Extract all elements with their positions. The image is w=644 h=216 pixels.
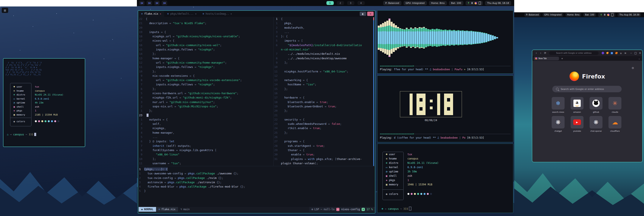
fetch-row-kernel: ▭kernel6.9.8-zen1 [384, 166, 423, 169]
shortcut-amazon[interactable]: aamazon [570, 97, 584, 113]
shortcut-tile[interactable]: ☁ [608, 116, 622, 128]
clock-digit-8 [444, 94, 453, 115]
extension-orange-icon[interactable] [605, 52, 610, 54]
clock-widget[interactable]: Thu Aug 08, 18:39 [618, 13, 641, 17]
music-visualizer-panel[interactable]: =====================> Playing: ffee for… [377, 10, 513, 74]
tab-new-tab[interactable]: New Tab [534, 57, 559, 60]
code-pane-pkgs-default[interactable]: 1 {pkgs, ...}: {1 tux-awesome-wm-config … [139, 167, 374, 206]
terminal-window[interactable]: / \\ / (¯)_ _/¯¯/ ¯\\ / ¯/ / /\\ \\ \\ /… [3, 58, 85, 147]
launcher-icon[interactable]: ▦ [2, 8, 8, 13]
shell-prompt[interactable]: ☻ → canopus ~ ))) [382, 207, 411, 210]
menu-icon[interactable]: ≡ [623, 52, 628, 55]
firefox-logo: Firefox [570, 72, 605, 81]
fetch-row-distro: ❄distroNixOS 24.11 (Vicuna) [12, 93, 63, 96]
theme-toggle-button[interactable]: ◐ [360, 12, 366, 16]
wezterm-icon[interactable]: $W [146, 1, 152, 6]
code-line: 29 thunar = { [274, 148, 373, 153]
buffer-tab-pkgs-default-[interactable]: ❄pkgs/default...× [164, 11, 200, 17]
url-bar[interactable]: Search with Google or enter address [549, 51, 598, 55]
left-monitor: ▦ / \\ / (¯)_ _/¯¯/ ¯\\ / ¯/ / /\\ \\ \\… [0, 7, 137, 216]
minimize-button[interactable]: – [629, 52, 634, 55]
code-line: 11 nixpkgs.hostPlatform = "x86_64-linux"… [274, 70, 373, 74]
buffer-tab-hosts-isoImag-[interactable]: ❄hosts/isoImag..× [200, 11, 235, 17]
status-pill[interactable]: Bat: 100 [583, 13, 596, 17]
reload-button[interactable]: ⟳ [543, 52, 548, 55]
shortcut-chat.openai[interactable]: ❋chat.openai [590, 116, 602, 132]
code-line: 5 imports = [ [274, 39, 373, 43]
shortcut-tile[interactable]: ▶ [570, 116, 584, 128]
tab-list-expand-icon[interactable]: ⌄ [638, 57, 640, 60]
neovim-window[interactable]: ❄flake.nix×❄pkgs/default...×❄hosts/isoIm… [138, 10, 376, 213]
forward-button[interactable]: › [538, 52, 543, 55]
wezterm-icon[interactable]: $W [154, 1, 160, 6]
shortcut-label: chatgpt [554, 130, 562, 132]
close-button[interactable]: × [638, 52, 642, 55]
uptime-icon: ◔ [12, 101, 16, 104]
status-pill[interactable]: Bat: 100 [449, 1, 464, 6]
code-line: 10 ]; [139, 157, 273, 162]
status-pill[interactable]: Home: 8ms [429, 1, 447, 6]
close-icon[interactable]: × [230, 13, 232, 15]
code-pane-iso-image[interactable]: 1 { 1 pkgs, 2 modulesPath, 3 ... 4 }: { … [274, 17, 373, 166]
code-line: 19 inputs = { [139, 30, 273, 35]
shortcut-tile[interactable] [590, 97, 602, 110]
status-pill[interactable]: P: Balanced [383, 1, 402, 6]
shortcut-tile[interactable]: ❋ [552, 116, 564, 128]
buffer-tab-flake-nix[interactable]: ❄flake.nix× [138, 11, 164, 17]
shortcut-search.nixos[interactable]: ❄search.nixos [552, 97, 564, 113]
fetch-row-pkgs: ❖pkgs1 [12, 109, 36, 112]
code-line: 13 networking = { [274, 79, 373, 83]
claude-icon: ✳ [612, 100, 617, 107]
shortcut-tile[interactable]: ❄ [552, 97, 564, 110]
scrollbar[interactable] [373, 17, 374, 166]
clock-panel[interactable]: 08/08/24 =====================> Playing:… [377, 75, 513, 142]
workspace-tag-3[interactable]: 3 [347, 1, 354, 5]
status-pill[interactable]: GPU: Integrated [404, 1, 427, 6]
code-line: 11 username = "tux"; [139, 162, 273, 166]
shortcut-youtube[interactable]: ▶youtube [570, 116, 584, 132]
status-pill[interactable]: Home: 6ms [566, 13, 581, 17]
tabline-buttons: ◐× [360, 12, 375, 16]
code-line: 8 ../../modules/nixos/desktop/awesome [274, 57, 373, 61]
close-icon[interactable]: × [160, 13, 161, 15]
status-pill[interactable]: P: Balanced [524, 13, 540, 17]
firefox-window[interactable]: ‹ › ⟳ Search with Google or enter addres… [532, 50, 643, 162]
code-line: 15 }; [274, 87, 373, 92]
shell-prompt[interactable]: ⌂ → canopus ~ ))) [7, 133, 36, 136]
workspace-tag-4[interactable]: 4 [357, 1, 364, 5]
search-input[interactable]: Search with Google or enter address [552, 86, 622, 92]
code-line: 20 }; [274, 109, 373, 113]
fetch-row-memory: ▦memory1946 | 15394 MiB [384, 183, 432, 186]
close-icon[interactable]: × [195, 13, 197, 15]
new-tab-button[interactable]: + [561, 57, 563, 60]
fetch-row-shell: ▣shellzsh [384, 174, 412, 177]
sidebar-icon[interactable]: ⌂ [618, 52, 623, 55]
shortcut-github[interactable]: github [590, 97, 602, 113]
code-line: 1 {pkgs, ...}: { [139, 167, 374, 172]
extension-grid-icon[interactable] [614, 52, 618, 54]
back-button[interactable]: ‹ [534, 52, 538, 55]
gear-icon[interactable]: ⚙ [632, 66, 634, 70]
clock-widget[interactable]: Thu Aug 08, 18:18 [485, 1, 511, 6]
status-pill[interactable]: GPU: Integrated [542, 13, 563, 17]
wezterm-icon[interactable]: $W [162, 1, 167, 6]
workspace-tag-2[interactable]: 2 [337, 1, 344, 5]
shortcut-claude[interactable]: ✳claude [608, 97, 622, 113]
shortcut-tile[interactable]: ✳ [608, 97, 622, 110]
maximize-button[interactable]: □ [633, 52, 638, 55]
wezterm-icon[interactable]: $W [139, 1, 145, 6]
shortcut-tile[interactable]: ❋ [590, 116, 602, 128]
shortcut-chatgpt[interactable]: ❋chatgpt [552, 116, 564, 132]
nixos-snowflake-icon: ❄ [556, 100, 560, 106]
shortcut-cloudflare[interactable]: ☁cloudflare [608, 116, 622, 132]
fetch-terminal-panel[interactable]: ☻usertux≡hnamecanopus❄distroNixOS 24.11 … [377, 144, 513, 213]
track-progress: =====================> [380, 65, 510, 68]
code-pane-flake-nix[interactable]: 22 {21 description = "tux's NixOS Flake"… [139, 17, 273, 166]
firefox-logo-icon [570, 72, 579, 81]
extension-purple-icon[interactable] [601, 52, 605, 54]
bitwarden-icon[interactable]: ◆ [610, 52, 614, 54]
shortcut-tile[interactable]: a [570, 97, 584, 110]
window-close-button[interactable]: × [367, 12, 374, 16]
workspace-tag-1[interactable]: 1 [326, 1, 334, 5]
code-line: 1 { [274, 17, 373, 22]
